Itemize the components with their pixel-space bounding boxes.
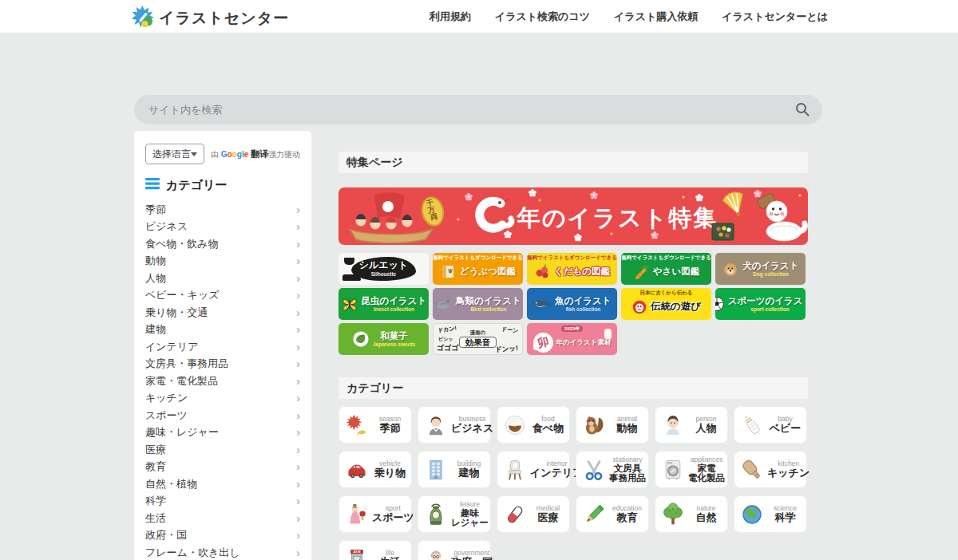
building-icon bbox=[422, 456, 449, 483]
soccer-ball-icon bbox=[715, 296, 725, 312]
wagashi-icon bbox=[352, 330, 370, 348]
dog-icon bbox=[722, 260, 739, 278]
chevron-right-icon: › bbox=[296, 513, 300, 524]
butterfly-icon bbox=[341, 296, 358, 312]
nav-link[interactable]: 利用規約 bbox=[430, 10, 471, 24]
featured-tile[interactable]: 漫画の 効果音 ドカン!ゴゴゴドーンドンッ!ピシッ bbox=[433, 323, 523, 355]
sidebar-item[interactable]: 自然・植物 › bbox=[145, 475, 300, 493]
chevron-right-icon: › bbox=[296, 392, 300, 404]
chevron-right-icon: › bbox=[296, 444, 300, 455]
nav-link[interactable]: イラスト検索のコツ bbox=[495, 10, 590, 24]
sidebar-categories-header: カテゴリー bbox=[145, 178, 300, 193]
tree-icon bbox=[659, 501, 687, 528]
featured-tile[interactable]: 昆虫のイラスト Insect collection bbox=[338, 288, 429, 320]
lantern-icon bbox=[422, 501, 449, 528]
chevron-right-icon: › bbox=[296, 358, 300, 369]
category-card[interactable]: season 季節 bbox=[338, 406, 412, 444]
category-card[interactable]: business ビジネス bbox=[418, 406, 491, 444]
category-card[interactable]: vehicle 乗り物 bbox=[338, 451, 412, 488]
carrot-icon bbox=[633, 263, 650, 280]
category-card[interactable]: food 食べ物 bbox=[497, 406, 570, 444]
featured-tile[interactable]: シルエット Silhouette bbox=[338, 253, 429, 285]
featured-tile[interactable]: 無料でイラストもダウンロードできる どうぶつ図鑑 bbox=[433, 253, 523, 285]
sidebar-item[interactable]: 食べ物・飲み物 › bbox=[145, 235, 300, 253]
new-year-banner[interactable]: 千 万 両 年のイラスト特集 bbox=[338, 187, 808, 245]
site-title: イラストセンター bbox=[159, 8, 289, 29]
chevron-right-icon: › bbox=[296, 495, 300, 507]
businesswoman-icon bbox=[422, 412, 449, 439]
nav-link[interactable]: イラスト購入依頼 bbox=[614, 10, 698, 24]
featured-tile[interactable]: 和菓子 Japanese sweets bbox=[338, 323, 429, 355]
category-card[interactable]: nature 自然 bbox=[655, 495, 728, 533]
politician-icon bbox=[422, 546, 449, 560]
sidebar-item[interactable]: ビジネス › bbox=[145, 219, 300, 236]
category-card[interactable]: person 人物 bbox=[655, 406, 728, 444]
sidebar-item[interactable]: キッチン › bbox=[145, 390, 300, 408]
sidebar-item[interactable]: 医療 › bbox=[145, 441, 300, 459]
sidebar-item[interactable]: スポーツ › bbox=[145, 407, 300, 424]
fish-icon bbox=[532, 297, 552, 311]
boy-icon bbox=[659, 412, 687, 439]
washing-machine-icon bbox=[659, 456, 687, 483]
category-card[interactable]: kitchen キッチン bbox=[734, 451, 807, 488]
category-card[interactable]: government 政府・国 bbox=[418, 540, 491, 560]
car-icon bbox=[343, 456, 370, 483]
category-card[interactable]: education 教育 bbox=[576, 495, 649, 533]
sidebar-item[interactable]: 生活 › bbox=[145, 510, 300, 527]
sidebar-item[interactable]: 季節 › bbox=[145, 201, 300, 219]
sidebar-item[interactable]: フレーム・吹き出し › bbox=[145, 544, 300, 560]
sidebar-item[interactable]: 人物 › bbox=[145, 270, 300, 287]
language-select[interactable]: 选择语言 bbox=[145, 144, 204, 164]
category-card[interactable]: leisure 趣味 レジャー bbox=[418, 495, 491, 533]
featured-tile[interactable]: 犬のイラスト Dog collection bbox=[715, 253, 806, 285]
category-card[interactable]: baby ベビー bbox=[734, 406, 807, 444]
featured-tile[interactable]: 日本に古くから伝わる 伝統の遊び bbox=[621, 288, 711, 320]
sidebar-category-list: 季節 › ビジネス › 食べ物・飲み物 › 動物 › 人物 › ベビー・キッズ … bbox=[145, 201, 300, 560]
sidebar-item[interactable]: 教育 › bbox=[145, 459, 300, 476]
category-card[interactable]: ATM life 生活 bbox=[338, 540, 412, 560]
category-card[interactable]: animal 動物 bbox=[576, 406, 649, 444]
daruma-icon bbox=[631, 299, 647, 315]
sidebar-item[interactable]: インテリア › bbox=[145, 338, 300, 356]
nav-link[interactable]: イラストセンターとは bbox=[722, 10, 828, 24]
category-card[interactable]: sport スポーツ bbox=[338, 495, 412, 533]
search-input[interactable] bbox=[134, 95, 822, 124]
baby-bottle-icon bbox=[738, 412, 766, 439]
chevron-right-icon: › bbox=[296, 273, 300, 284]
chair-icon bbox=[501, 456, 528, 483]
sidebar-item[interactable]: 文房具・事務用品 › bbox=[145, 356, 300, 373]
svg-text:ATM: ATM bbox=[354, 550, 361, 554]
sidebar-item[interactable]: 動物 › bbox=[145, 253, 300, 270]
chevron-right-icon: › bbox=[296, 530, 300, 541]
main-content: 特集ページ bbox=[338, 152, 808, 560]
cutting-board-icon bbox=[738, 456, 766, 483]
sidebar-item[interactable]: 建物 › bbox=[145, 321, 300, 339]
featured-tile[interactable]: 鳥類のイラスト Bird collection bbox=[433, 288, 523, 320]
curry-plate-icon bbox=[501, 412, 528, 439]
category-card[interactable]: building 建物 bbox=[418, 451, 491, 488]
featured-tile[interactable]: 無料でイラストもダウンロードできる やさい図鑑 bbox=[621, 253, 711, 285]
sidebar-item[interactable]: 趣味・レジャー › bbox=[145, 424, 300, 442]
sidebar-item[interactable]: 政府・国 › bbox=[145, 527, 300, 545]
sidebar-item[interactable]: ベビー・キッズ › bbox=[145, 287, 300, 305]
featured-tile[interactable]: 2023年 卯 年のイラスト素材 bbox=[527, 323, 617, 355]
category-card[interactable]: science 科学 bbox=[734, 495, 807, 533]
featured-tile[interactable]: スポーツのイラスト sport collection bbox=[715, 288, 806, 320]
picture-book-icon bbox=[440, 263, 457, 280]
osechi-box-illustration bbox=[712, 223, 734, 240]
chevron-right-icon: › bbox=[296, 547, 300, 558]
featured-tile[interactable]: 無料でイラストもダウンロードできる くだもの図鑑 bbox=[527, 253, 617, 285]
maple-leaf-icon bbox=[343, 412, 370, 439]
site-logo[interactable]: イラストセンター bbox=[131, 5, 289, 31]
category-card[interactable]: medical 医療 bbox=[497, 495, 570, 533]
sidebar-item[interactable]: 科学 › bbox=[145, 493, 300, 511]
sidebar-item[interactable]: 家電・電化製品 › bbox=[145, 373, 300, 390]
featured-tile[interactable]: 魚のイラスト fish collection bbox=[527, 288, 617, 320]
category-card[interactable]: interior インテリア bbox=[497, 451, 570, 488]
category-card[interactable]: stationary 文房具 事務用品 bbox=[576, 451, 649, 488]
sidebar-item[interactable]: 乗り物・交通 › bbox=[145, 304, 300, 321]
chevron-right-icon: › bbox=[296, 307, 300, 318]
chevron-right-icon: › bbox=[296, 341, 300, 353]
categories-section-header: カテゴリー bbox=[338, 377, 808, 399]
category-card[interactable]: appliances 家電 電化製品 bbox=[655, 451, 728, 488]
